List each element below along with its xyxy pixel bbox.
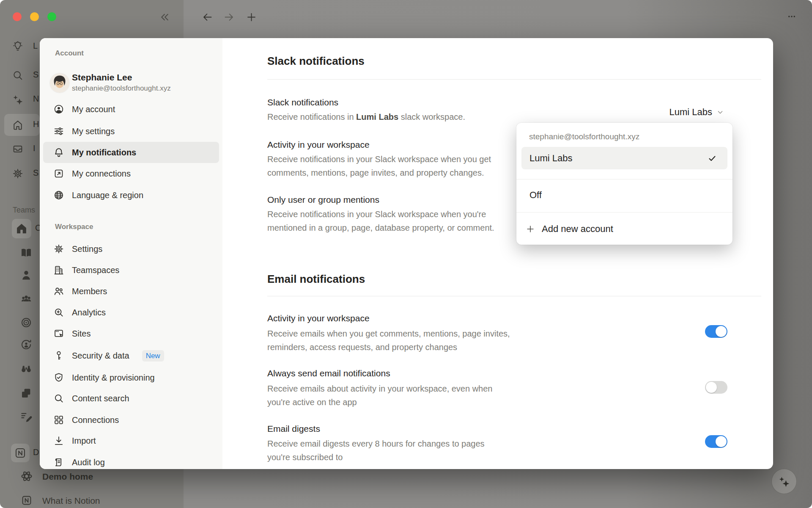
nav-label: My connections [72,169,131,179]
sidebar-item-settings[interactable]: Settings [43,238,219,260]
target-icon[interactable] [20,316,33,329]
email-activity-toggle[interactable] [705,325,727,338]
forward-icon[interactable] [223,11,235,23]
sidebar-item-label[interactable]: H [33,119,39,129]
sidebar-item-import[interactable]: Import [43,430,219,451]
sidebar-item-my-notifications[interactable]: My notifications [43,142,219,163]
scroll-icon [53,457,64,468]
sidebar-item-connections[interactable]: Connections [43,409,219,431]
desc-text: slack workspace. [398,112,465,121]
dropdown-account-header: stephanie@toolsforthought.xyz [529,132,639,141]
collapse-sidebar-icon[interactable] [159,11,170,23]
toggle-knob [706,382,717,393]
chevron-down-icon [716,108,724,116]
desc-line: Receive email digests every 8 hours for … [267,437,485,450]
page-label[interactable]: What is Notion [42,496,100,506]
more-options-icon[interactable] [782,12,801,21]
dropdown-option-lumi-labs[interactable]: Lumi Labs [521,147,727,169]
arrow-up-right-square-icon [53,168,64,179]
workspace-switcher-icon[interactable] [12,41,24,52]
page-label[interactable]: Demo home [42,472,93,482]
account-section-heading: Account [55,49,84,58]
sidebar-item-my-account[interactable]: My account [43,99,219,120]
members-icon [53,286,64,297]
always-send-toggle[interactable] [705,381,727,394]
desc-line: comments, mentions, page invites, and pr… [267,166,491,179]
sidebar-item-language-region[interactable]: Language & region [43,185,219,206]
sparkles-icon [778,475,790,488]
nav-label: Teamspaces [72,265,119,275]
slack-account-select[interactable]: Lumi Labs [669,105,724,119]
notion-page-icon[interactable] [14,447,27,459]
nav-label: Members [72,287,107,296]
sidebar-item-audit-log[interactable]: Audit log [43,452,219,473]
sidebar-item-label[interactable]: I [33,144,36,153]
zoom-window-button[interactable] [47,12,56,21]
option-label: Lumi Labs [529,153,573,164]
user-email: stephanie@toolsforthought.xyz [72,84,171,93]
inbox-icon[interactable] [12,143,24,155]
notion-ai-icon[interactable] [12,94,24,105]
notion-ai-fab[interactable] [771,469,797,494]
wiki-book-icon[interactable] [20,246,33,259]
sidebar-item-sites[interactable]: Sites [43,323,219,344]
search-icon[interactable] [12,69,24,81]
slack-activity-row-desc: Receive notifications in your Slack work… [267,152,491,179]
sidebar-item-label[interactable]: S [33,70,38,80]
email-digests-toggle[interactable] [705,435,727,448]
section-divider [267,296,761,296]
sidebar-item-label[interactable]: L [33,41,38,51]
always-send-row-title: Always send email notifications [267,367,390,379]
sliders-icon [53,126,64,137]
sidebar-item-analytics[interactable]: Analytics [43,302,219,323]
email-digests-row-desc: Receive email digests every 8 hours for … [267,437,485,464]
binoculars-icon[interactable] [20,362,33,375]
pages-icon[interactable] [20,387,33,400]
sidebar-item-identity-provisioning[interactable]: Identity & provisioning [43,367,219,388]
import-arrow-icon [53,435,64,446]
sidebar-item-teamspaces[interactable]: Teamspaces [43,260,219,281]
compose-icon[interactable] [20,411,33,423]
email-activity-row-title: Activity in your workspace [267,312,370,324]
teamspace-home-icon[interactable] [15,222,28,235]
nav-label: Analytics [72,308,106,318]
nav-label: My notifications [72,148,136,157]
home-icon[interactable] [12,119,24,131]
add-new-account-button[interactable]: Add new account [526,224,613,235]
sidebar-item-label[interactable]: N [33,94,39,104]
globe-icon [53,190,64,201]
slack-activity-row-title: Activity in your workspace [267,139,370,151]
settings-icon[interactable] [12,168,24,179]
back-icon[interactable] [202,11,213,23]
person-icon[interactable] [20,269,33,282]
settings-dialog: Account Stephanie Lee stephanie@toolsfor… [40,38,773,469]
desc-line: Receive notifications in your Slack work… [267,152,491,166]
always-send-row-desc: Receive emails about activity in your wo… [267,382,492,409]
dropdown-divider [516,179,732,179]
private-page-label[interactable]: D [33,447,39,457]
nav-label: Import [72,436,96,446]
desc-line: you're active on the app [267,395,492,409]
close-window-button[interactable] [13,12,22,21]
nav-label: Settings [72,244,102,254]
nav-label: Sites [72,329,91,339]
desc-line: Receive notifications in your Slack work… [267,207,494,221]
sidebar-item-security-data[interactable]: Security & data New [43,345,219,366]
minimize-window-button[interactable] [30,12,39,21]
notion-window: L S N H I S Teams C D Demo home What is [0,0,812,508]
sidebar-item-my-connections[interactable]: My connections [43,163,219,184]
sidebar-item-members[interactable]: Members [43,281,219,302]
new-tab-icon[interactable] [246,11,257,23]
desc-line: Receive emails when you get comments, me… [267,327,510,340]
sidebar-item-my-settings[interactable]: My settings [43,121,219,142]
people-icon[interactable] [20,293,33,306]
dropdown-option-off[interactable]: Off [529,190,542,201]
slack-section-heading: Slack notifications [267,54,365,68]
person-sync-icon[interactable] [20,338,33,351]
desc-line: mentioned in a group, page, database pro… [267,221,494,235]
sidebar-item-label[interactable]: S [33,168,38,178]
nav-label: My settings [72,127,115,136]
desc-line: Receive emails about activity in your wo… [267,382,492,395]
slack-notifications-row-title: Slack notifications [267,97,338,108]
sidebar-item-content-search[interactable]: Content search [43,388,219,409]
